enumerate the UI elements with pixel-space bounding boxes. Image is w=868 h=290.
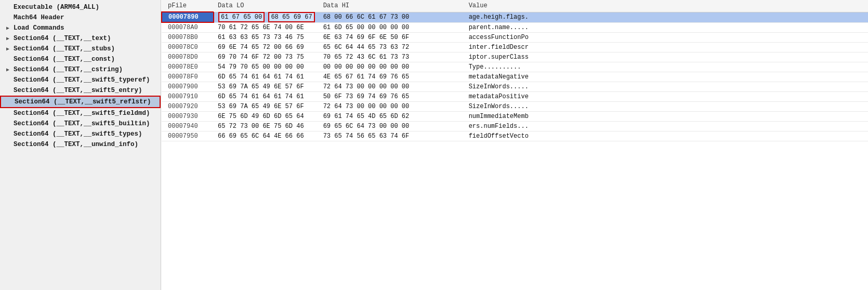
sidebar-label-section64-text-text: Section64 (__TEXT,__text) [14, 35, 111, 42]
sidebar-label-section64-text-cstring: Section64 (__TEXT,__cstring) [14, 66, 123, 73]
sidebar-label-mach64-header: Mach64 Header [14, 14, 64, 21]
cell-data-hi-9: 72 64 73 00 00 00 00 00 [319, 102, 465, 112]
cell-value-1: parent.name..... [465, 22, 868, 33]
cell-data-hi-5: 00 00 00 00 00 00 00 00 [319, 62, 465, 72]
sidebar-item-section64-text-cstring[interactable]: ▶Section64 (__TEXT,__cstring) [0, 64, 161, 75]
cell-data-hi-4: 70 65 72 43 6C 61 73 73 [319, 52, 465, 62]
hex-table: pFile Data LO Data HI Value 0000789061 6… [161, 0, 868, 141]
cell-data-lo-12: 66 69 65 6C 64 4E 66 66 [214, 131, 319, 141]
sidebar-arrow-section64-text-stubs: ▶ [6, 46, 14, 52]
cell-pfile-8: 00007910 [162, 92, 214, 102]
table-row[interactable]: 0000795066 69 65 6C 64 4E 66 6673 65 74 … [162, 131, 868, 141]
col-header-pfile: pFile [162, 0, 214, 12]
cell-data-hi-12: 73 65 74 56 65 63 74 6F [319, 131, 465, 141]
cell-data-hi-11: 69 65 6C 64 73 00 00 00 [319, 122, 465, 131]
data-lo-group2-0: 68 65 69 67 [268, 12, 314, 22]
sidebar-arrow-section64-text-text: ▶ [6, 35, 14, 42]
cell-data-lo-10: 6E 75 6D 49 6D 6D 65 64 [214, 112, 319, 122]
sidebar-label-section64-text-swift5builtin: Section64 (__TEXT,__swift5_builtin) [14, 120, 150, 127]
cell-data-lo-4: 69 70 74 6F 72 00 73 75 [214, 52, 319, 62]
cell-pfile-9: 00007920 [162, 102, 214, 112]
table-row[interactable]: 000078B061 63 63 65 73 73 46 756E 63 74 … [162, 33, 868, 43]
table-row[interactable]: 0000790053 69 7A 65 49 6E 57 6F72 64 73 … [162, 82, 868, 92]
table-row[interactable]: 000079306E 75 6D 49 6D 6D 65 6469 61 74 … [162, 112, 868, 122]
sidebar-item-section64-text-swift5fieldmd[interactable]: Section64 (__TEXT,__swift5_fieldmd) [0, 108, 161, 118]
cell-data-hi-3: 65 6C 64 44 65 73 63 72 [319, 43, 465, 52]
table-row[interactable]: 0000792053 69 7A 65 49 6E 57 6F72 64 73 … [162, 102, 868, 112]
table-row[interactable]: 000078E054 79 70 65 00 00 00 0000 00 00 … [162, 62, 868, 72]
cell-pfile-1: 000078A0 [162, 22, 214, 33]
cell-pfile-12: 00007950 [162, 131, 214, 141]
sidebar: Executable (ARM64_ALL)Mach64 Header▶Load… [0, 0, 161, 290]
sidebar-item-section64-text-const[interactable]: Section64 (__TEXT,__const) [0, 54, 161, 64]
cell-value-6: metadataNegative [465, 72, 868, 82]
sidebar-arrow-section64-text-cstring: ▶ [6, 67, 14, 73]
cell-value-7: SizeInWords..... [465, 82, 868, 92]
sidebar-item-section64-text-swift5reflstr[interactable]: Section64 (__TEXT,__swift5_reflstr) [0, 96, 161, 108]
sidebar-label-section64-text-swift5reflstr: Section64 (__TEXT,__swift5_reflstr) [15, 98, 151, 106]
sidebar-label-section64-text-swift5typeref: Section64 (__TEXT,__swift5_typeref) [14, 76, 150, 84]
cell-data-lo-11: 65 72 73 00 6E 75 6D 46 [214, 122, 319, 131]
sidebar-item-section64-text-swift5entry[interactable]: Section64 (__TEXT,__swift5_entry) [0, 85, 161, 96]
cell-pfile-6: 000078F0 [162, 72, 214, 82]
table-header: pFile Data LO Data HI Value [162, 0, 868, 12]
table-row[interactable]: 000079106D 65 74 61 64 61 74 6150 6F 73 … [162, 92, 868, 102]
table-row[interactable]: 0000789061 67 65 00 68 65 69 6768 00 66 … [162, 12, 868, 22]
main-content: pFile Data LO Data HI Value 0000789061 6… [161, 0, 868, 290]
table-row[interactable]: 000078A070 61 72 65 6E 74 00 6E61 6D 65 … [162, 22, 868, 33]
col-header-value: Value [465, 0, 868, 12]
cell-data-hi-10: 69 61 74 65 4D 65 6D 62 [319, 112, 465, 122]
sidebar-item-section64-text-swift5typeref[interactable]: Section64 (__TEXT,__swift5_typeref) [0, 75, 161, 85]
table-row[interactable]: 000078F06D 65 74 61 64 61 74 614E 65 67 … [162, 72, 868, 82]
sidebar-label-section64-text-swift5fieldmd: Section64 (__TEXT,__swift5_fieldmd) [14, 110, 150, 117]
cell-data-lo-3: 69 6E 74 65 72 00 66 69 [214, 43, 319, 52]
cell-value-10: numImmediateMemb [465, 112, 868, 122]
cell-data-lo-0: 61 67 65 00 68 65 69 67 [214, 12, 319, 22]
hex-table-container[interactable]: pFile Data LO Data HI Value 0000789061 6… [161, 0, 868, 290]
cell-data-hi-1: 61 6D 65 00 00 00 00 00 [319, 22, 465, 33]
hex-table-body: 0000789061 67 65 00 68 65 69 6768 00 66 … [162, 12, 868, 141]
sidebar-item-section64-text-unwind[interactable]: Section64 (__TEXT,__unwind_info) [0, 139, 161, 150]
cell-pfile-5: 000078E0 [162, 62, 214, 72]
cell-pfile-2: 000078B0 [162, 33, 214, 43]
col-header-data-lo: Data LO [214, 0, 319, 12]
cell-pfile-4: 000078D0 [162, 52, 214, 62]
cell-data-hi-8: 50 6F 73 69 74 69 76 65 [319, 92, 465, 102]
sidebar-item-section64-text-stubs[interactable]: ▶Section64 (__TEXT,__stubs) [0, 44, 161, 54]
cell-data-lo-7: 53 69 7A 65 49 6E 57 6F [214, 82, 319, 92]
sidebar-label-executable: Executable (ARM64_ALL) [14, 4, 99, 11]
sidebar-item-section64-text-swift5types[interactable]: Section64 (__TEXT,__swift5_types) [0, 129, 161, 139]
cell-value-0: age.heigh.flags. [465, 12, 868, 22]
data-lo-group1-0: 61 67 65 00 [218, 12, 265, 22]
table-row[interactable]: 000078C069 6E 74 65 72 00 66 6965 6C 64 … [162, 43, 868, 52]
cell-pfile-3: 000078C0 [162, 43, 214, 52]
sidebar-label-section64-text-stubs: Section64 (__TEXT,__stubs) [14, 45, 115, 52]
sidebar-item-section64-text-swift5builtin[interactable]: Section64 (__TEXT,__swift5_builtin) [0, 118, 161, 129]
cell-pfile-11: 00007940 [162, 122, 214, 131]
cell-value-2: accessFunctionPo [465, 33, 868, 43]
sidebar-item-mach64-header[interactable]: Mach64 Header [0, 12, 161, 23]
sidebar-label-load-commands: Load Commands [14, 24, 64, 32]
cell-value-11: ers.numFields... [465, 122, 868, 131]
cell-pfile-0: 00007890 [162, 12, 214, 22]
sidebar-item-load-commands[interactable]: ▶Load Commands [0, 23, 161, 33]
cell-value-3: inter.fieldDescr [465, 43, 868, 52]
cell-data-lo-8: 6D 65 74 61 64 61 74 61 [214, 92, 319, 102]
sidebar-item-executable[interactable]: Executable (ARM64_ALL) [0, 2, 161, 12]
cell-value-9: SizeInWords..... [465, 102, 868, 112]
sidebar-label-section64-text-unwind: Section64 (__TEXT,__unwind_info) [14, 141, 138, 148]
cell-pfile-7: 00007900 [162, 82, 214, 92]
cell-data-lo-2: 61 63 63 65 73 73 46 75 [214, 33, 319, 43]
sidebar-label-section64-text-const: Section64 (__TEXT,__const) [14, 56, 115, 63]
sidebar-label-section64-text-swift5types: Section64 (__TEXT,__swift5_types) [14, 130, 142, 138]
sidebar-item-section64-text-text[interactable]: ▶Section64 (__TEXT,__text) [0, 33, 161, 44]
cell-data-hi-6: 4E 65 67 61 74 69 76 65 [319, 72, 465, 82]
cell-value-8: metadataPositive [465, 92, 868, 102]
col-header-data-hi: Data HI [319, 0, 465, 12]
cell-value-5: Type.......... [465, 62, 868, 72]
table-row[interactable]: 000078D069 70 74 6F 72 00 73 7570 65 72 … [162, 52, 868, 62]
cell-data-hi-7: 72 64 73 00 00 00 00 00 [319, 82, 465, 92]
cell-data-lo-5: 54 79 70 65 00 00 00 00 [214, 62, 319, 72]
cell-data-lo-6: 6D 65 74 61 64 61 74 61 [214, 72, 319, 82]
table-row[interactable]: 0000794065 72 73 00 6E 75 6D 4669 65 6C … [162, 122, 868, 131]
